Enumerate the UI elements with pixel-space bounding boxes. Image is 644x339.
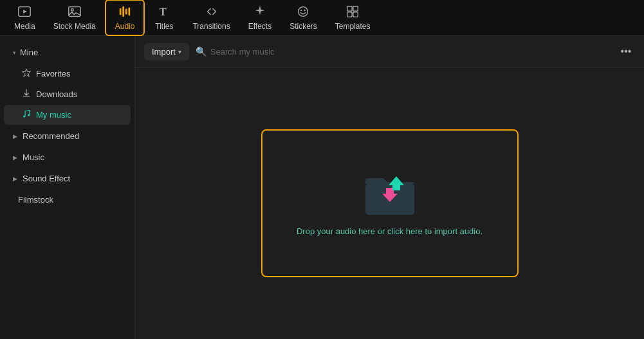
sidebar-section-sound-effect[interactable]: ▶Sound Effect (4, 169, 131, 188)
downloads-icon (22, 89, 31, 100)
music-arrow-icon: ▶ (13, 154, 17, 161)
sidebar-section-filmstock[interactable]: Filmstock (4, 190, 131, 210)
svg-rect-6 (125, 8, 127, 14)
svg-point-9 (299, 7, 308, 17)
svg-rect-15 (353, 12, 358, 17)
import-button[interactable]: Import ▾ (144, 43, 189, 60)
main-area: ▾MineFavoritesDownloadsMy music▶Recommen… (0, 36, 644, 339)
nav-label-transitions: Transitions (192, 22, 230, 31)
sidebar-item-my-music[interactable]: My music (4, 105, 131, 125)
nav-label-stock-media: Stock Media (53, 22, 96, 31)
recommended-arrow-icon: ▶ (13, 133, 17, 140)
nav-label-stickers: Stickers (290, 22, 317, 31)
sidebar-label-downloads: Downloads (36, 89, 77, 99)
nav-item-transitions[interactable]: Transitions (183, 1, 239, 35)
stickers-nav-icon (296, 5, 310, 21)
svg-rect-7 (129, 8, 131, 16)
my-music-icon (22, 109, 31, 120)
sidebar: ▾MineFavoritesDownloadsMy music▶Recommen… (0, 36, 135, 339)
nav-item-audio[interactable]: Audio (105, 0, 145, 36)
nav-label-templates: Templates (335, 22, 371, 31)
search-input[interactable] (210, 47, 611, 57)
nav-label-titles: Titles (155, 22, 173, 31)
svg-point-18 (28, 115, 30, 116)
top-nav: MediaStock Media AudioTTitlesTransitions… (0, 0, 644, 36)
sidebar-label-my-music: My music (36, 110, 71, 120)
nav-item-templates[interactable]: Templates (326, 1, 380, 35)
svg-rect-14 (347, 12, 352, 17)
sidebar-section-music[interactable]: ▶Music (4, 147, 131, 167)
content-toolbar: Import ▾ 🔍 ••• (135, 36, 644, 68)
mine-arrow-icon: ▾ (13, 50, 16, 56)
nav-item-effects[interactable]: Effects (239, 1, 281, 35)
svg-rect-2 (69, 7, 80, 17)
mine-label: Mine (20, 48, 38, 57)
drop-zone[interactable]: Drop your audio here or click here to im… (261, 129, 519, 277)
nav-label-media: Media (14, 22, 35, 31)
nav-label-effects: Effects (248, 22, 271, 31)
svg-marker-16 (23, 69, 31, 77)
sidebar-section-label-recommended: Recommended (23, 131, 79, 141)
svg-rect-12 (347, 6, 352, 11)
sidebar-label-favorites: Favorites (36, 69, 70, 78)
sidebar-section-recommended[interactable]: ▶Recommended (4, 126, 131, 146)
transitions-nav-icon (205, 5, 219, 21)
svg-rect-13 (353, 6, 358, 11)
svg-point-3 (71, 8, 73, 11)
templates-nav-icon (345, 5, 360, 21)
nav-label-audio: Audio (115, 22, 135, 31)
folder-icon (364, 171, 416, 216)
svg-point-10 (301, 10, 302, 11)
content-body: Drop your audio here or click here to im… (135, 68, 644, 339)
titles-nav-icon: T (157, 5, 171, 21)
stock-media-nav-icon (68, 5, 82, 21)
nav-item-media[interactable]: Media (5, 1, 44, 35)
import-chevron-icon: ▾ (178, 48, 181, 55)
favorites-icon (22, 68, 31, 79)
sidebar-section-label-filmstock: Filmstock (18, 195, 53, 205)
drop-text: Drop your audio here or click here to im… (297, 226, 483, 236)
search-bar: 🔍 (196, 46, 611, 57)
nav-item-stickers[interactable]: Stickers (281, 1, 326, 35)
import-link[interactable]: click here (387, 226, 423, 236)
more-options-button[interactable]: ••• (617, 42, 635, 60)
svg-point-17 (23, 116, 25, 118)
search-icon: 🔍 (196, 46, 207, 57)
sidebar-item-downloads[interactable]: Downloads (4, 84, 131, 104)
svg-marker-1 (24, 10, 28, 14)
nav-item-stock-media[interactable]: Stock Media (44, 1, 105, 35)
svg-rect-4 (120, 8, 122, 15)
sidebar-section-label-sound-effect: Sound Effect (23, 174, 70, 183)
sidebar-mine-header[interactable]: ▾Mine (4, 42, 131, 62)
sound-effect-arrow-icon: ▶ (13, 176, 17, 182)
svg-text:T: T (160, 6, 167, 18)
content-area: Import ▾ 🔍 ••• (135, 36, 644, 339)
svg-point-11 (304, 10, 306, 11)
nav-item-titles[interactable]: TTitles (145, 1, 183, 35)
audio-nav-icon (118, 5, 132, 21)
svg-rect-5 (122, 6, 124, 17)
import-label: Import (152, 47, 176, 57)
effects-nav-icon (253, 5, 267, 21)
media-nav-icon (17, 5, 32, 21)
sidebar-item-favorites[interactable]: Favorites (4, 64, 131, 84)
sidebar-section-label-music: Music (23, 152, 44, 162)
